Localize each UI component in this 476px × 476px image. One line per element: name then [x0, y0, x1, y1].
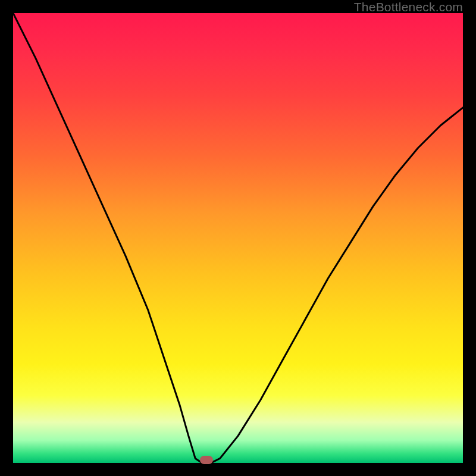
- chart-frame: [13, 13, 463, 463]
- bottleneck-curve: [13, 13, 463, 463]
- watermark-text: TheBottleneck.com: [354, 0, 463, 14]
- optimal-point-marker: [200, 456, 213, 464]
